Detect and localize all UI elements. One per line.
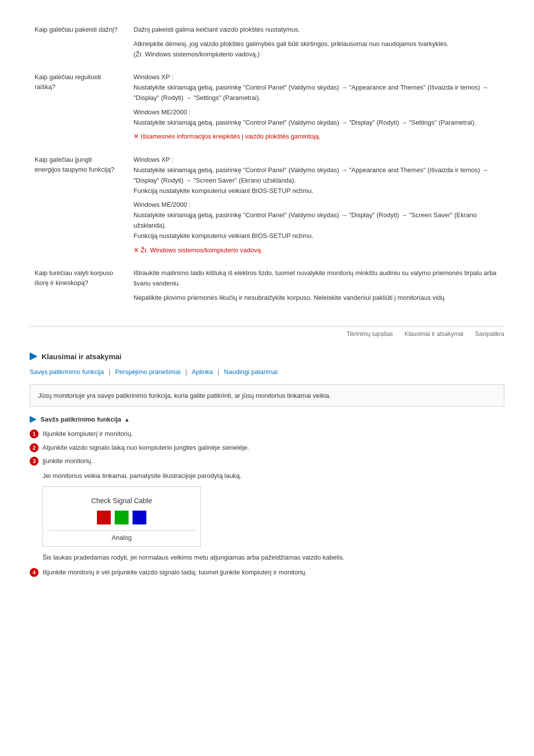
faq-table: Kaip galėčiau pakeisti dažnį?Dažnį pakei… <box>30 20 504 311</box>
nav-item-qa[interactable]: Klausimai ir atsakymai <box>404 331 463 337</box>
faq-answer-2-1: Windows ME/2000 : Nustatykite skiriamąją… <box>134 200 499 241</box>
sub-nav-item-0[interactable]: Savęs patikrinimo funkcija <box>30 368 104 376</box>
section-arrow-icon <box>30 352 38 360</box>
nav-item-self[interactable]: Savipatikra <box>475 331 504 337</box>
faq-answer-0-1: Atkreipkite dėmesį, jog vaizdo plokštės … <box>134 39 499 60</box>
faq-answer-1-0: Windows XP : Nustatykite skiriamąją gebą… <box>134 72 499 103</box>
step-item-3: 3 Įjunkite monitorių. <box>30 456 504 466</box>
faq-question-1: Kaip galėčiau reguliuoti raišką? <box>30 67 129 150</box>
step-text-4: Išjunkite monitorių ir vėl prijunkite va… <box>43 567 307 577</box>
step-item-4: 4 Išjunkite monitorių ir vėl prijunkite … <box>30 567 504 577</box>
faq-row-1: Kaip galėčiau reguliuoti raišką?Windows … <box>30 67 504 150</box>
color-square-red <box>97 511 111 524</box>
faq-row-2: Kaip galėčiau įjungti energijos taupymo … <box>30 150 504 263</box>
sub-section-title: Savžs patikrinimo funkcija <box>41 416 121 423</box>
monitor-color-squares <box>48 511 195 524</box>
step-list-4: 4 Išjunkite monitorių ir vėl prijunkite … <box>30 567 504 577</box>
faq-answer-3-1: Nepalikite plovimo priemonės likučių ir … <box>134 293 499 303</box>
step-item-1: 1 Išjunkite kompiuterį ir monitorių. <box>30 429 504 439</box>
sub-nav-item-2[interactable]: Aplinka <box>192 368 213 376</box>
faq-answer-2-0: Windows XP : Nustatykite skiriamąją gebą… <box>134 155 499 196</box>
info-box-text: Jūsų monitoriuje yra savęs patikrinimo f… <box>38 392 331 399</box>
bottom-nav: Tikrinimų sąrašas Klausimai ir atsakymai… <box>30 326 504 337</box>
step-text-2: Atjunkite vaizdo signalo laiką nuo kompi… <box>43 443 249 453</box>
faq-row-3: Kaip turėčiau valyti korpuso išorę ir ki… <box>30 263 504 311</box>
sub-section-icon <box>30 416 37 423</box>
step3-note: Jei monitorius veikia tinkamai, pamatysi… <box>43 471 504 481</box>
monitor-preview-label: Analog <box>48 530 195 541</box>
step-number-2: 2 <box>30 443 39 452</box>
nav-item-checklist[interactable]: Tikrinimų sąrašas <box>347 331 393 337</box>
step-item-2: 2 Atjunkite vaizdo signalo laiką nuo kom… <box>30 443 504 453</box>
color-square-blue <box>133 511 146 524</box>
sub-section-header: Savžs patikrinimo funkcija ▲ <box>30 416 504 423</box>
step-number-4: 4 <box>30 568 39 577</box>
collapse-arrow-icon[interactable]: ▲ <box>124 417 130 423</box>
faq-answers-0: Dažnį pakeisti galima keičiant vaizdo pl… <box>129 20 504 67</box>
faq-answer-3-0: Ištraukite maitinimo laido kištuką iš el… <box>134 268 499 289</box>
info-box: Jūsų monitoriuje yra savęs patikrinimo f… <box>30 384 504 407</box>
faq-answers-3: Ištraukite maitinimo laido kištuką iš el… <box>129 263 504 311</box>
step-text-1: Išjunkite kompiuterį ir monitorių. <box>43 429 133 439</box>
faq-answers-1: Windows XP : Nustatykite skiriamąją gebą… <box>129 67 504 150</box>
section-header: Klausimai ir atsakymai <box>30 352 504 361</box>
sub-nav: Savęs patikrinimo funkcija | Perspėjimo … <box>30 368 504 376</box>
faq-answer-2-2: ✕ Žr. Windows sistemos/kompiuterio vadov… <box>134 245 499 256</box>
sub-nav-item-3[interactable]: Naudingi patarimai <box>224 368 277 376</box>
faq-row-0: Kaip galėčiau pakeisti dažnį?Dažnį pakei… <box>30 20 504 67</box>
monitor-preview-title: Check Signal Cable <box>48 497 195 505</box>
section-title: Klausimai ir atsakymai <box>42 352 122 361</box>
faq-question-2: Kaip galėčiau įjungti energijos taupymo … <box>30 150 129 263</box>
faq-answer-1-2: ✕ Išsamesnės informacijos kreipkitės į v… <box>134 132 499 142</box>
faq-answers-2: Windows XP : Nustatykite skiriamąją gebą… <box>129 150 504 263</box>
step-number-1: 1 <box>30 429 39 438</box>
step-text-3: Įjunkite monitorių. <box>43 456 93 466</box>
monitor-preview-box: Check Signal Cable Analog <box>43 486 201 547</box>
faq-answer-1-1: Windows ME/2000 : Nustatykite skiriamąją… <box>134 107 499 128</box>
color-square-green <box>115 511 129 524</box>
step-list: 1 Išjunkite kompiuterį ir monitorių. 2 A… <box>30 429 504 466</box>
faq-answer-0-0: Dažnį pakeisti galima keičiant vaizdo pl… <box>134 25 499 35</box>
faq-question-0: Kaip galėčiau pakeisti dažnį? <box>30 20 129 67</box>
faq-question-3: Kaip turėčiau valyti korpuso išorę ir ki… <box>30 263 129 311</box>
step3-description: Šis laukas pradedamas rodyti, jei normal… <box>43 553 504 563</box>
step-number-3: 3 <box>30 457 39 466</box>
sub-nav-item-1[interactable]: Perspėjimo pranešimai <box>115 368 180 376</box>
